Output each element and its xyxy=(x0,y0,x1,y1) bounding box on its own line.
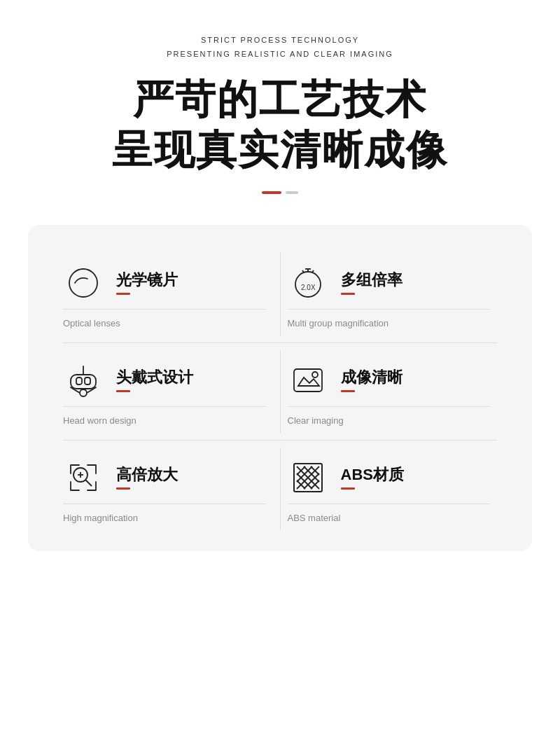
feature-multi-mag: 2.0X 多组倍率 Multi group magnification xyxy=(281,246,505,342)
svg-rect-8 xyxy=(71,375,96,389)
lens-icon xyxy=(63,263,104,303)
divider xyxy=(63,406,266,407)
svg-point-13 xyxy=(312,372,318,378)
page-header: STRICT PROCESS TECHNOLOGY PRESENTING REA… xyxy=(112,0,448,225)
imaging-svg xyxy=(290,362,326,399)
headworn-icon xyxy=(63,360,104,401)
abs-svg xyxy=(290,459,326,496)
multi-mag-en: Multi group magnification xyxy=(288,318,491,335)
multi-mag-zh: 多组倍率 xyxy=(341,270,402,291)
clear-imaging-zh: 成像清晰 xyxy=(341,368,402,388)
abs-zh: ABS材质 xyxy=(341,465,404,485)
red-dash xyxy=(341,390,355,392)
svg-text:2.0X: 2.0X xyxy=(301,284,316,291)
divider xyxy=(288,504,491,504)
dot-inactive xyxy=(286,191,298,194)
svg-line-4 xyxy=(312,270,314,272)
feature-row-2: 头戴式设计 Head worn design xyxy=(56,343,504,440)
highmag-icon xyxy=(63,457,104,498)
divider xyxy=(288,309,491,310)
divider xyxy=(63,504,266,504)
head-worn-zh: 头戴式设计 xyxy=(116,368,193,388)
svg-line-3 xyxy=(302,270,304,272)
subtitle-line1: STRICT PROCESS TECHNOLOGY xyxy=(112,34,448,48)
subtitle-line2: PRESENTING REALISTIC AND CLEAR IMAGING xyxy=(112,48,448,62)
svg-point-0 xyxy=(69,269,97,297)
magnification-icon: 2.0X xyxy=(288,263,328,303)
svg-rect-10 xyxy=(85,378,90,385)
feature-row-1: 光学镜片 Optical lenses 2 xyxy=(56,246,504,342)
magnification-svg: 2.0X xyxy=(290,265,326,301)
dot-active xyxy=(262,191,281,194)
title-zh: 严苛的工艺技术 呈现真实清晰成像 xyxy=(112,74,448,176)
red-dash xyxy=(341,293,355,295)
red-dash xyxy=(341,487,355,490)
high-mag-zh: 高倍放大 xyxy=(116,465,178,485)
divider xyxy=(288,406,491,407)
title-line2: 呈现真实清晰成像 xyxy=(112,125,448,176)
optical-lens-zh: 光学镜片 xyxy=(116,270,178,291)
feature-optical-lens: 光学镜片 Optical lenses xyxy=(56,246,280,342)
head-worn-en: Head worn design xyxy=(63,415,266,433)
features-card: 光学镜片 Optical lenses 2 xyxy=(28,225,532,551)
clear-imaging-en: Clear imaging xyxy=(288,415,491,433)
red-dash xyxy=(116,487,130,490)
abs-icon xyxy=(288,457,328,498)
headworn-svg xyxy=(65,362,102,399)
red-dash xyxy=(116,293,130,295)
highmag-svg xyxy=(65,459,102,496)
lens-svg xyxy=(65,265,102,301)
high-mag-en: High magnification xyxy=(63,513,266,530)
feature-abs: ABS材质 ABS material xyxy=(281,441,505,537)
optical-lens-en: Optical lenses xyxy=(63,318,266,335)
imaging-icon xyxy=(288,360,328,401)
red-dash xyxy=(116,390,130,392)
svg-rect-12 xyxy=(294,369,322,392)
abs-en: ABS material xyxy=(288,513,491,530)
feature-high-mag: 高倍放大 High magnification xyxy=(56,441,280,537)
svg-point-11 xyxy=(80,389,87,396)
svg-line-15 xyxy=(85,480,92,486)
feature-row-3: 高倍放大 High magnification xyxy=(56,441,504,537)
title-line1: 严苛的工艺技术 xyxy=(112,74,448,125)
feature-head-worn: 头戴式设计 Head worn design xyxy=(56,343,280,440)
slide-indicator xyxy=(112,191,448,194)
feature-clear-imaging: 成像清晰 Clear imaging xyxy=(281,343,505,440)
divider xyxy=(63,309,266,310)
svg-rect-9 xyxy=(76,378,82,385)
